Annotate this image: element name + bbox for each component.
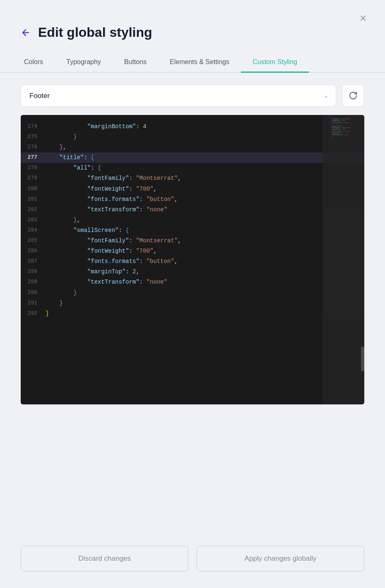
code-line-280: 280 "fontWeight": "700",	[21, 184, 364, 194]
section-dropdown[interactable]: Footer Header Body	[21, 85, 336, 107]
code-line-275: 275 }	[21, 132, 364, 142]
header: Edit global styling	[0, 0, 385, 53]
code-line-289: 289 "textTransform": "none"	[21, 277, 364, 287]
code-editor-wrapper: 274 "marginBottom": 4 275 } 276 }, 277 "…	[21, 115, 364, 404]
code-line-281: 281 "fonts.formats": "button",	[21, 194, 364, 205]
code-line-279: 279 "fontFamily": "Montserrat",	[21, 173, 364, 184]
minimap-content: "fontFamily": "Montserrat" "fontWeight":…	[323, 115, 364, 144]
bottom-actions: Discard changes Apply changes globally	[0, 529, 385, 588]
tab-colors[interactable]: Colors	[21, 53, 55, 73]
back-button[interactable]	[21, 28, 31, 38]
page-title: Edit global styling	[38, 25, 152, 40]
code-line-292: 292 }	[21, 308, 364, 319]
apply-changes-button[interactable]: Apply changes globally	[197, 546, 364, 571]
discard-changes-button[interactable]: Discard changes	[21, 546, 188, 571]
code-line-291: 291 }	[21, 298, 364, 308]
tab-elements[interactable]: Elements & Settings	[158, 53, 241, 73]
code-line-274: 274 "marginBottom": 4	[21, 122, 364, 132]
code-line-284: 284 "smallScreen": {	[21, 225, 364, 236]
refresh-button[interactable]	[342, 84, 364, 107]
code-line-288: 288 "marginTop": 2,	[21, 267, 364, 277]
dropdown-row: Footer Header Body ⌄	[0, 73, 385, 107]
code-line-283: 283 },	[21, 215, 364, 225]
back-arrow-icon	[21, 28, 31, 38]
code-line-287: 287 "fonts.formats": "button",	[21, 256, 364, 267]
code-line-282: 282 "textTransform": "none"	[21, 205, 364, 215]
page-container: ✕ Edit global styling Colors Typography …	[0, 0, 385, 588]
minimap-scrollbar[interactable]	[361, 347, 364, 371]
dropdown-wrapper: Footer Header Body ⌄	[21, 85, 336, 107]
code-line-290: 290 }	[21, 288, 364, 298]
code-editor[interactable]: 274 "marginBottom": 4 275 } 276 }, 277 "…	[21, 115, 364, 404]
close-button[interactable]: ✕	[358, 12, 368, 25]
code-line-286: 286 "fontWeight": "700",	[21, 246, 364, 256]
tabs-nav: Colors Typography Buttons Elements & Set…	[0, 53, 385, 73]
code-line-276: 276 },	[21, 142, 364, 153]
tab-custom-styling[interactable]: Custom Styling	[241, 53, 309, 73]
tab-buttons[interactable]: Buttons	[113, 53, 158, 73]
code-line-277: 277 "title": {	[21, 153, 364, 163]
code-line-285: 285 "fontFamily": "Montserrat",	[21, 236, 364, 246]
code-minimap: "fontFamily": "Montserrat" "fontWeight":…	[323, 115, 364, 404]
code-line-278: 278 "all": {	[21, 163, 364, 173]
tab-typography[interactable]: Typography	[55, 53, 113, 73]
refresh-icon	[349, 91, 358, 100]
